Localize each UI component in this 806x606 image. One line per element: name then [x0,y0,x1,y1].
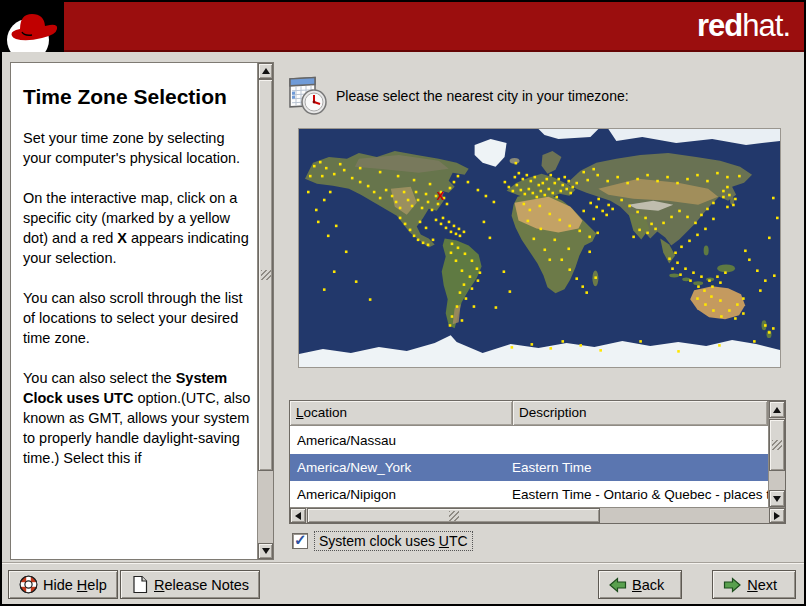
lifebuoy-icon [19,575,38,594]
document-icon [131,575,149,594]
cell-description: Eastern Time - Ontario & Quebec - places… [512,481,769,508]
next-arrow-icon [723,577,741,593]
column-header-location[interactable]: Location [290,401,513,426]
prompt-text: Please select the nearest city in your t… [336,88,629,104]
redhat-wordmark: redhat. [697,8,790,44]
cell-description [512,427,769,454]
selected-city-marker: X [437,190,445,202]
redhat-shadowman-logo-icon [2,2,64,52]
wordmark-bold: red [697,8,742,43]
wordmark-light: hat. [742,8,790,43]
timezone-table: Location Description America/NassauAmeri… [289,400,786,524]
right-arrow-icon [774,512,780,520]
installer-window: redhat. Time Zone Selection Set your tim… [0,0,806,606]
help-text: Time Zone Selection Set your time zone b… [11,63,258,559]
timezone-clock-icon [287,74,329,116]
help-paragraph-3: You can also scroll through the list of … [23,288,252,348]
page-title: Time Zone Selection [23,83,252,110]
help-scrollbar-thumb[interactable] [258,79,273,471]
hide-help-button[interactable]: Hide Help [8,570,118,599]
table-row[interactable]: America/NipigonEastern Time - Ontario & … [290,481,769,508]
table-scroll-right-button[interactable] [769,508,785,523]
cell-location: America/Nassau [290,427,512,454]
back-arrow-icon [609,577,627,593]
help-panel: Time Zone Selection Set your time zone b… [10,62,274,560]
check-icon: ✓ [294,531,307,549]
help-paragraph-1: Set your time zone by selecting your com… [23,128,252,168]
cell-location: America/Nipigon [290,481,512,508]
table-horizontal-scrollbar[interactable] [290,507,785,523]
table-scroll-down-button[interactable] [769,490,785,507]
table-row[interactable]: America/Nassau [290,427,769,454]
table-scrollbar-thumb[interactable] [769,419,785,471]
header-banner: redhat. [2,2,804,52]
release-notes-label: Release Notes [154,577,249,593]
cell-description: Eastern Time [512,454,769,481]
left-arrow-icon [295,512,301,520]
table-scroll-up-button[interactable] [769,401,785,418]
up-arrow-icon [773,407,781,413]
down-arrow-icon [773,496,781,502]
up-arrow-icon [262,68,270,74]
next-button[interactable]: Next [712,570,796,599]
help-paragraph-2: On the interactive map, click on a speci… [23,188,252,268]
timezone-table-body: America/NassauAmerica/New_YorkEastern Ti… [290,427,769,508]
help-scrollbar[interactable] [257,63,273,559]
utc-checkbox-row: ✓ System clock uses UTC [292,531,473,551]
column-header-description[interactable]: Description [513,401,768,426]
table-vertical-scrollbar[interactable] [768,401,785,507]
help-scroll-up-button[interactable] [258,63,273,79]
utc-checkbox-label[interactable]: System clock uses UTC [314,531,473,551]
table-scroll-left-button[interactable] [290,508,306,523]
hide-help-label: Hide Help [43,577,107,593]
back-button[interactable]: Back [598,570,682,599]
back-label: Back [632,577,664,593]
release-notes-button[interactable]: Release Notes [120,570,260,599]
world-map[interactable]: X [298,128,781,368]
table-hscrollbar-thumb[interactable] [307,508,600,523]
help-paragraph-4: You can also select the System Clock use… [23,368,252,468]
down-arrow-icon [262,548,270,554]
utc-checkbox[interactable]: ✓ [292,533,308,549]
next-label: Next [747,577,777,593]
cell-location: America/New_York [290,454,512,481]
help-scroll-down-button[interactable] [258,543,273,559]
footer-divider [2,562,804,564]
table-row[interactable]: America/New_YorkEastern Time [290,454,769,481]
